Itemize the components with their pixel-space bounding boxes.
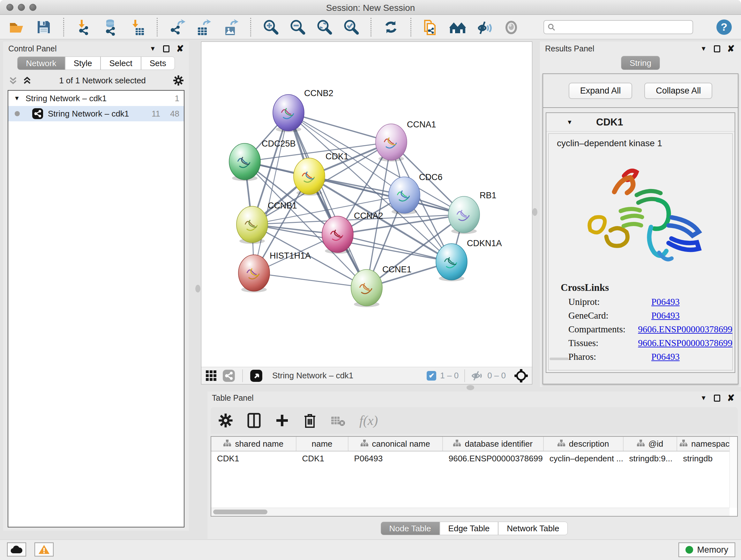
float-panel-icon[interactable] <box>163 45 170 52</box>
share-document-button[interactable] <box>422 18 440 36</box>
export-table-button[interactable] <box>195 18 212 36</box>
network-canvas[interactable]: CDK1CCNB1CCNB2CCNA1CCNA2CCNE1CDC25BCDC6R… <box>201 42 532 367</box>
scrollbar-thumb[interactable] <box>213 509 267 514</box>
network-node-CCNA1[interactable]: CCNA1 <box>376 120 436 162</box>
close-panel-icon[interactable]: ✘ <box>727 46 735 52</box>
toolbar-separator <box>63 18 64 37</box>
network-node-HIST1H1A[interactable]: HIST1H1A <box>239 251 311 293</box>
birdseye-view-icon[interactable] <box>205 370 217 382</box>
network-node-CCNE1[interactable]: CCNE1 <box>351 265 412 307</box>
zoom-selected-button[interactable] <box>342 18 360 36</box>
collapse-panel-icon[interactable]: ▼ <box>700 45 707 52</box>
table-cell[interactable]: stringdb:9... <box>623 451 677 466</box>
export-image-button[interactable] <box>222 18 239 36</box>
open-session-button[interactable] <box>8 18 25 36</box>
table-cell[interactable]: P06493 <box>348 451 443 466</box>
network-selection-status: 1 of 1 Network selected <box>37 76 169 85</box>
gear-icon[interactable] <box>218 413 233 428</box>
tab-network[interactable]: Network <box>17 57 65 70</box>
memory-button[interactable]: Memory <box>678 543 735 557</box>
delete-table-icon <box>331 415 345 426</box>
horizontal-splitter-handle[interactable] <box>467 385 474 390</box>
network-graph[interactable]: CDK1CCNB1CCNB2CCNA1CCNA2CCNE1CDC25BCDC6R… <box>201 42 532 367</box>
crosslink-link[interactable]: P06493 <box>651 352 680 362</box>
results-scrollbar[interactable] <box>549 358 569 360</box>
show-columns-icon[interactable] <box>247 413 261 428</box>
crosslink-link[interactable]: 9606.ENSP00000378699 <box>638 324 732 334</box>
open-view-icon[interactable] <box>250 369 263 382</box>
lens-icon[interactable] <box>502 18 520 36</box>
table-cell[interactable]: CDK1 <box>296 451 348 466</box>
network-collection-row[interactable]: ▼ String Network – cdk1 1 <box>8 91 184 106</box>
crosslink-link[interactable]: P06493 <box>651 310 680 321</box>
table-vertical-scrollbar[interactable] <box>730 437 737 508</box>
tab-select[interactable]: Select <box>100 57 141 70</box>
column-header--id[interactable]: @id <box>623 437 677 451</box>
collection-disclosure-icon[interactable]: ▼ <box>13 95 21 102</box>
tab-node-table[interactable]: Node Table <box>381 522 440 535</box>
collapse-panel-icon[interactable]: ▼ <box>150 45 156 52</box>
toolbar-separator <box>250 18 251 37</box>
table-cell[interactable]: 9606.ENSP00000378699 <box>443 451 544 466</box>
crosshair-icon[interactable] <box>514 369 528 383</box>
table-horizontal-scrollbar[interactable] <box>211 508 730 516</box>
tab-network-table[interactable]: Network Table <box>498 522 568 535</box>
column-header-database-identifier[interactable]: database identifier <box>443 437 544 451</box>
warnings-button[interactable] <box>35 543 54 557</box>
string-network-icon[interactable] <box>222 369 235 382</box>
collapse-panel-icon[interactable]: ▼ <box>700 394 707 401</box>
network-node-CDC6[interactable]: CDC6 <box>389 172 443 214</box>
table-row[interactable]: CDK1CDK1P064939606.ENSP00000378699cyclin… <box>211 451 737 466</box>
table-cell[interactable]: CDK1 <box>211 451 296 466</box>
crosslink-link[interactable]: P06493 <box>651 297 680 307</box>
table-cell[interactable]: cyclin–dependent ... <box>544 451 623 466</box>
gear-icon[interactable] <box>173 75 184 86</box>
column-header-canonical-name[interactable]: canonical name <box>348 437 443 451</box>
save-session-button[interactable] <box>35 18 52 36</box>
expand-all-networks-icon[interactable] <box>8 76 18 85</box>
hide-eye-button[interactable] <box>476 18 493 36</box>
right-splitter-handle[interactable] <box>532 208 537 216</box>
left-splitter-handle[interactable] <box>195 285 200 293</box>
search-input[interactable] <box>556 21 689 33</box>
houses-icon[interactable] <box>449 18 466 36</box>
import-network-file-button[interactable] <box>75 18 92 36</box>
tab-sets[interactable]: Sets <box>141 57 175 70</box>
column-header-shared-name[interactable]: shared name <box>211 437 296 451</box>
add-column-icon[interactable] <box>275 414 289 428</box>
network-node-RB1[interactable]: RB1 <box>448 191 496 234</box>
node-result-header[interactable]: ▼ CDK1 <box>546 113 735 132</box>
zoom-fit-button[interactable] <box>316 18 333 36</box>
import-network-database-button[interactable] <box>102 18 119 36</box>
zoom-out-button[interactable] <box>289 18 306 36</box>
expand-all-button[interactable]: Expand All <box>569 83 632 99</box>
close-panel-icon[interactable]: ✘ <box>177 46 184 52</box>
float-panel-icon[interactable] <box>714 395 720 401</box>
collapse-all-networks-icon[interactable] <box>22 76 32 85</box>
column-header-description[interactable]: description <box>544 437 623 451</box>
delete-column-icon[interactable] <box>303 413 317 428</box>
entry-disclosure-icon[interactable]: ▼ <box>565 119 574 126</box>
close-panel-icon[interactable]: ✘ <box>727 395 735 401</box>
refresh-button[interactable] <box>382 18 400 36</box>
network-row[interactable]: String Network – cdk1 11 48 <box>8 106 184 121</box>
export-network-button[interactable] <box>169 18 186 36</box>
column-header-name[interactable]: name <box>296 437 348 451</box>
cloud-button[interactable] <box>7 543 26 557</box>
crosslink-row: Uniprot:P06493 <box>568 297 732 307</box>
node-label-CDKN1A: CDKN1A <box>467 239 502 248</box>
network-node-CDK1[interactable]: CDK1 <box>293 152 348 196</box>
import-table-button[interactable] <box>129 18 146 36</box>
tab-edge-table[interactable]: Edge Table <box>440 522 498 535</box>
selected-checkbox-icon[interactable]: ✔ <box>427 371 436 381</box>
tab-style[interactable]: Style <box>65 57 101 70</box>
table-cell[interactable]: stringdb <box>677 451 737 466</box>
collapse-all-button[interactable]: Collapse All <box>644 83 712 99</box>
column-header-namespace[interactable]: namespace <box>677 437 737 451</box>
tab-string[interactable]: String <box>621 56 660 70</box>
network-node-CDKN1A[interactable]: CDKN1A <box>436 239 502 281</box>
help-button[interactable]: ? <box>716 18 733 36</box>
crosslink-link[interactable]: 9606.ENSP00000378699 <box>638 338 732 348</box>
zoom-in-button[interactable] <box>262 18 279 36</box>
float-panel-icon[interactable] <box>714 45 720 52</box>
